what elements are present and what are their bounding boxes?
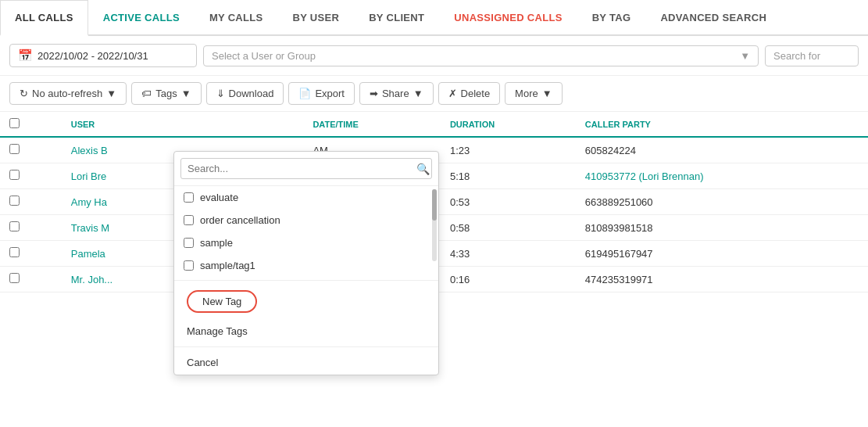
col-icons xyxy=(191,112,304,137)
search-for-input[interactable]: Search for xyxy=(765,45,859,66)
share-label: Share xyxy=(382,88,409,99)
manage-tags-button[interactable]: Manage Tags xyxy=(174,319,438,343)
calendar-icon: 📅 xyxy=(18,48,33,63)
col-datetime: DATE/TIME xyxy=(303,112,441,137)
tab-by-client[interactable]: BY CLIENT xyxy=(354,0,439,34)
tag-checkbox-order-cancellation[interactable] xyxy=(184,215,194,225)
tags-dropdown: 🔍 evaluate order cancellation sample sam… xyxy=(173,151,439,375)
download-label: Download xyxy=(229,88,274,99)
tab-my-calls[interactable]: MY CALLS xyxy=(195,0,278,34)
row-checkbox[interactable] xyxy=(0,189,62,215)
user-group-selector[interactable]: Select a User or Group ▼ xyxy=(203,45,759,66)
tag-label-sample-tag1: sample/tag1 xyxy=(200,260,255,271)
share-icon: ➡ xyxy=(370,88,378,99)
refresh-label: No auto-refresh xyxy=(32,88,102,99)
dropdown-list: evaluate order cancellation sample sampl… xyxy=(174,186,438,277)
duration-cell: 0:16 xyxy=(441,267,576,292)
delete-label: Delete xyxy=(461,88,491,99)
dropdown-search-wrap: 🔍 xyxy=(174,152,438,186)
chevron-down-icon: ▼ xyxy=(181,88,191,99)
col-caller-party: CALLER PARTY xyxy=(576,112,868,137)
search-for-label: Search for xyxy=(773,50,820,62)
tag-label-order-cancellation: order cancellation xyxy=(200,214,280,226)
chevron-down-icon: ▼ xyxy=(740,50,750,62)
tag-checkbox-sample-tag1[interactable] xyxy=(184,260,194,271)
delete-icon: ✗ xyxy=(448,88,457,99)
filter-row: 📅 2022/10/02 - 2022/10/31 Select a User … xyxy=(0,36,868,76)
row-checkbox[interactable] xyxy=(0,163,62,189)
duration-cell: 0:58 xyxy=(441,215,576,241)
caller-party-cell: 810893981518 xyxy=(576,215,868,241)
tag-label-evaluate: evaluate xyxy=(200,192,238,203)
tab-all-calls[interactable]: ALL CALLS xyxy=(0,0,88,36)
export-icon: 📄 xyxy=(298,88,311,99)
row-checkbox[interactable] xyxy=(0,215,62,241)
tab-unassigned-calls[interactable]: UNASSIGNED CALLS xyxy=(439,0,577,34)
toolbar: ↻ No auto-refresh ▼ 🏷 Tags ▼ ⇓ Download … xyxy=(0,76,868,112)
caller-party-cell: 474235319971 xyxy=(576,267,868,292)
new-tag-button[interactable]: New Tag xyxy=(187,290,257,313)
tag-label-sample: sample xyxy=(200,237,233,249)
duration-cell: 0:53 xyxy=(441,189,576,215)
row-checkbox[interactable] xyxy=(0,241,62,267)
user-cell: Amy Ha xyxy=(62,189,191,215)
tags-button[interactable]: 🏷 Tags ▼ xyxy=(131,82,201,105)
tag-checkbox-evaluate[interactable] xyxy=(184,192,194,203)
delete-button[interactable]: ✗ Delete xyxy=(438,82,501,105)
caller-party-cell: 619495167947 xyxy=(576,241,868,267)
chevron-down-icon: ▼ xyxy=(542,88,552,99)
user-cell: Travis M xyxy=(62,215,191,241)
refresh-button[interactable]: ↻ No auto-refresh ▼ xyxy=(9,82,127,105)
more-button[interactable]: More ▼ xyxy=(505,82,563,105)
table-area: USER DATE/TIME DURATION CALLER PARTY Ale… xyxy=(0,112,868,292)
user-cell: Lori Bre xyxy=(62,163,191,189)
duration-cell: 5:18 xyxy=(441,163,576,189)
row-checkbox[interactable] xyxy=(0,267,62,292)
row-checkbox[interactable] xyxy=(0,137,62,163)
cancel-button[interactable]: Cancel xyxy=(174,350,438,375)
tag-item-evaluate[interactable]: evaluate xyxy=(174,186,438,209)
tabs-bar: ALL CALLS ACTIVE CALLS MY CALLS BY USER … xyxy=(0,0,868,36)
tags-label: Tags xyxy=(155,88,177,99)
tag-item-sample-tag1[interactable]: sample/tag1 xyxy=(174,254,438,277)
tag-item-order-cancellation[interactable]: order cancellation xyxy=(174,209,438,231)
user-group-placeholder: Select a User or Group xyxy=(212,50,316,62)
tab-active-calls[interactable]: ACTIVE CALLS xyxy=(88,0,195,34)
user-cell: Pamela xyxy=(62,241,191,267)
duration-cell: 1:23 xyxy=(441,137,576,163)
col-user: USER xyxy=(62,112,191,137)
search-icon: 🔍 xyxy=(416,163,430,175)
more-label: More xyxy=(515,88,538,99)
date-range-picker[interactable]: 📅 2022/10/02 - 2022/10/31 xyxy=(9,44,197,67)
download-button[interactable]: ⇓ Download xyxy=(206,82,284,105)
new-tag-wrap: New Tag xyxy=(174,284,438,319)
export-label: Export xyxy=(315,88,345,99)
tab-by-user[interactable]: BY USER xyxy=(278,0,355,34)
share-button[interactable]: ➡ Share ▼ xyxy=(359,82,434,105)
chevron-down-icon: ▼ xyxy=(106,88,116,99)
caller-party-cell: 663889251060 xyxy=(576,189,868,215)
export-button[interactable]: 📄 Export xyxy=(288,82,355,105)
tag-icon: 🏷 xyxy=(141,88,152,99)
dropdown-search-input[interactable] xyxy=(180,158,432,179)
select-all-checkbox[interactable] xyxy=(9,118,20,128)
tab-by-tag[interactable]: BY TAG xyxy=(577,0,646,34)
download-icon: ⇓ xyxy=(216,88,225,99)
chevron-down-icon: ▼ xyxy=(413,88,423,99)
col-checkbox xyxy=(0,112,62,137)
col-duration: DURATION xyxy=(441,112,576,137)
caller-party-cell[interactable]: 410953772 (Lori Brennan) xyxy=(576,163,868,189)
refresh-icon: ↻ xyxy=(20,88,28,99)
tab-advanced-search[interactable]: ADVANCED SEARCH xyxy=(645,0,781,34)
user-cell: Alexis B xyxy=(62,137,191,163)
date-range-value: 2022/10/02 - 2022/10/31 xyxy=(38,50,148,62)
tag-item-sample[interactable]: sample xyxy=(174,231,438,254)
tag-checkbox-sample[interactable] xyxy=(184,238,194,248)
user-cell: Mr. Joh... xyxy=(62,267,191,292)
duration-cell: 4:33 xyxy=(441,241,576,267)
caller-party-cell: 605824224 xyxy=(576,137,868,163)
